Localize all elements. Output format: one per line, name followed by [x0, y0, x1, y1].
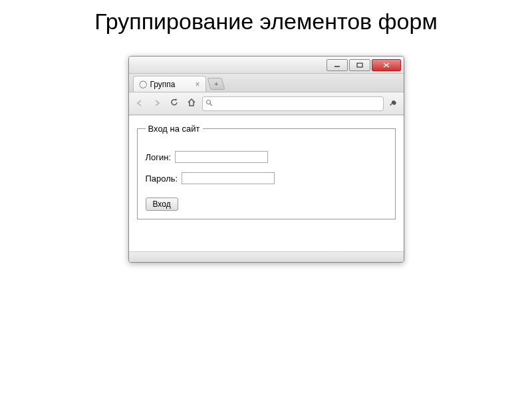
close-icon [383, 63, 390, 68]
login-row: Логин: [146, 151, 387, 163]
maximize-icon [356, 63, 363, 68]
home-icon [187, 98, 196, 107]
browser-window: ◯ Группа × + Вход на сайт [128, 56, 404, 263]
globe-icon: ◯ [139, 80, 147, 88]
slide-title: Группирование элементов форм [0, 0, 532, 36]
login-input[interactable] [175, 151, 268, 163]
browser-tab[interactable]: ◯ Группа × [133, 76, 206, 92]
svg-line-5 [210, 104, 212, 106]
svg-rect-1 [357, 63, 362, 67]
new-tab-button[interactable]: + [207, 78, 225, 90]
login-label: Логин: [146, 152, 172, 162]
password-row: Пароль: [146, 172, 387, 184]
status-bar [129, 251, 404, 262]
arrow-left-icon [136, 99, 144, 107]
settings-button[interactable] [388, 98, 400, 109]
reload-button[interactable] [168, 98, 181, 109]
plus-icon: + [213, 80, 217, 88]
tab-title: Группа [150, 80, 176, 89]
home-button[interactable] [185, 98, 198, 109]
address-bar[interactable] [202, 96, 384, 111]
wrench-icon [389, 98, 398, 107]
close-button[interactable] [372, 59, 401, 71]
reload-icon [170, 98, 179, 107]
svg-point-4 [206, 100, 210, 104]
minimize-button[interactable] [327, 59, 348, 71]
window-titlebar [129, 57, 404, 74]
forward-button[interactable] [150, 98, 164, 109]
browser-toolbar [129, 92, 404, 115]
maximize-button[interactable] [349, 59, 370, 71]
search-icon [205, 99, 213, 108]
arrow-right-icon [153, 99, 161, 107]
tab-bar: ◯ Группа × + [129, 74, 404, 92]
tab-close-icon[interactable]: × [195, 80, 200, 89]
submit-button[interactable]: Вход [146, 198, 178, 211]
back-button[interactable] [133, 98, 146, 109]
password-input[interactable] [182, 172, 275, 184]
login-fieldset: Вход на сайт Логин: Пароль: Вход [137, 124, 396, 219]
minimize-icon [334, 63, 340, 68]
page-content: Вход на сайт Логин: Пароль: Вход [129, 115, 404, 251]
fieldset-legend: Вход на сайт [146, 124, 203, 134]
password-label: Пароль: [146, 174, 178, 184]
